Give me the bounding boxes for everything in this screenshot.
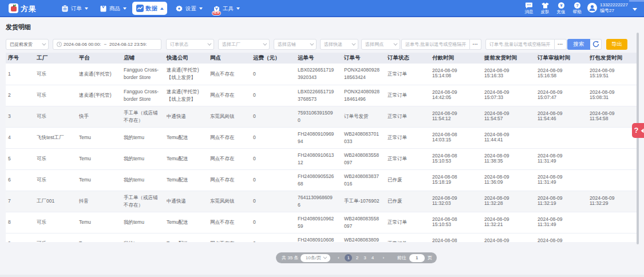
svg-text:?: ? — [576, 3, 579, 8]
